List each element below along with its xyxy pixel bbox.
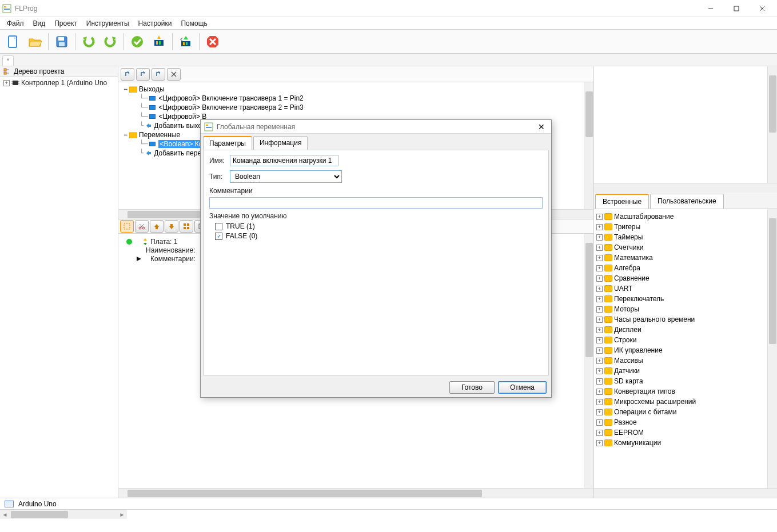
- name-input[interactable]: [230, 155, 338, 166]
- vertical-scrollbar[interactable]: [584, 234, 593, 488]
- library-tree-item[interactable]: +Масштабирование: [596, 211, 765, 222]
- library-tree-item[interactable]: +Сравнение: [596, 273, 765, 283]
- expand-icon[interactable]: +: [596, 224, 603, 230]
- nav-button-1[interactable]: [121, 68, 134, 81]
- collapse-icon[interactable]: −: [123, 131, 127, 139]
- document-tab[interactable]: *: [2, 55, 14, 66]
- library-tree-item[interactable]: +Датчики: [596, 366, 765, 376]
- tree-label[interactable]: <Цифровой> Включение трансивера 1 = Pin2: [158, 94, 303, 102]
- expand-icon[interactable]: +: [596, 286, 603, 292]
- library-tree-item[interactable]: +Строки: [596, 335, 765, 345]
- undo-button[interactable]: [79, 32, 98, 51]
- expand-icon[interactable]: +: [596, 317, 603, 323]
- minimize-button[interactable]: [698, 0, 723, 17]
- checkbox-unchecked-icon[interactable]: [215, 223, 222, 230]
- tree-label[interactable]: Добавить выход: [154, 122, 206, 130]
- tree-label[interactable]: Добавить пере: [154, 149, 201, 157]
- expand-icon[interactable]: +: [596, 409, 603, 415]
- library-tree-item[interactable]: +Часы реального времени: [596, 314, 765, 325]
- library-tree-item[interactable]: +Массивы: [596, 355, 765, 366]
- vertical-scrollbar[interactable]: [584, 82, 593, 209]
- expand-icon[interactable]: +: [596, 327, 603, 333]
- type-select[interactable]: Boolean: [230, 170, 342, 183]
- vertical-scrollbar[interactable]: [767, 66, 777, 183]
- menu-view[interactable]: Вид: [29, 18, 50, 29]
- checkbox-checked-icon[interactable]: ✓: [215, 233, 222, 240]
- footer-scrollbar[interactable]: ◄ ►: [0, 509, 777, 519]
- expand-icon[interactable]: +: [596, 245, 603, 251]
- stop-button[interactable]: [203, 32, 222, 51]
- compile-button[interactable]: [149, 32, 169, 51]
- library-tree-item[interactable]: +Таймеры: [596, 232, 765, 242]
- delete-button[interactable]: [167, 68, 181, 81]
- horizontal-scrollbar[interactable]: [118, 488, 593, 498]
- tab-builtin[interactable]: Встроенные: [595, 194, 649, 209]
- library-tree-item[interactable]: +SD карта: [596, 376, 765, 386]
- tree-item-controller[interactable]: + Контроллер 1 (Arduino Uno: [2, 78, 115, 87]
- nav-button-3[interactable]: [152, 68, 165, 81]
- expand-icon[interactable]: +: [596, 419, 603, 426]
- expand-icon[interactable]: +: [596, 214, 603, 220]
- library-tree-item[interactable]: +UART: [596, 283, 765, 294]
- tab-parameters[interactable]: Параметры: [203, 136, 252, 150]
- menu-tools[interactable]: Инструменты: [82, 18, 134, 29]
- horizontal-scrollbar[interactable]: [594, 488, 777, 498]
- library-tree-item[interactable]: +Счетчики: [596, 242, 765, 253]
- horizontal-scrollbar[interactable]: [594, 183, 777, 193]
- expand-icon[interactable]: +: [3, 80, 10, 86]
- expand-icon[interactable]: +: [596, 265, 603, 271]
- nav-button-2[interactable]: [136, 68, 150, 81]
- menu-settings[interactable]: Настройки: [134, 18, 177, 29]
- tree-label[interactable]: <Цифровой> В: [158, 113, 206, 121]
- library-tree-item[interactable]: +Конвертация типов: [596, 386, 765, 397]
- library-tree-item[interactable]: +Моторы: [596, 304, 765, 314]
- menu-project[interactable]: Проект: [50, 18, 82, 29]
- library-tree-item[interactable]: +Разное: [596, 417, 765, 427]
- tab-user[interactable]: Пользовательские: [650, 194, 724, 209]
- collapse-icon[interactable]: −: [123, 85, 127, 93]
- tab-information[interactable]: Информация: [253, 136, 308, 150]
- library-tree-item[interactable]: +Математика: [596, 253, 765, 263]
- expand-icon[interactable]: +: [596, 306, 603, 313]
- expand-icon[interactable]: +: [596, 347, 603, 354]
- true-checkbox-row[interactable]: TRUE (1): [215, 222, 543, 230]
- expand-icon[interactable]: +: [596, 337, 603, 343]
- tree-label[interactable]: <Цифровой> Включение трансивера 2 = Pin3: [158, 103, 303, 111]
- expand-icon[interactable]: +: [596, 368, 603, 374]
- expand-icon[interactable]: +: [596, 399, 603, 405]
- dialog-titlebar[interactable]: Глобальная переменная ✕: [201, 120, 551, 134]
- expand-icon[interactable]: +: [596, 234, 603, 241]
- tool-select[interactable]: [120, 220, 134, 233]
- menu-help[interactable]: Помощь: [176, 18, 212, 29]
- expand-icon[interactable]: +: [596, 275, 603, 282]
- library-tree-item[interactable]: +Микросхемы расширений: [596, 397, 765, 407]
- library-tree-item[interactable]: +EEPROM: [596, 427, 765, 438]
- tool-down[interactable]: [165, 220, 178, 233]
- ok-button[interactable]: Готово: [449, 381, 495, 394]
- library-tree-item[interactable]: +ИК управление: [596, 345, 765, 355]
- expand-icon[interactable]: +: [596, 255, 603, 261]
- comments-input[interactable]: [209, 197, 543, 209]
- expand-icon[interactable]: +: [596, 358, 603, 364]
- library-tree-item[interactable]: +Операции с битами: [596, 407, 765, 417]
- expand-icon[interactable]: +: [596, 389, 603, 395]
- expand-icon[interactable]: +: [596, 430, 603, 436]
- dialog-close-button[interactable]: ✕: [535, 121, 548, 133]
- expand-icon[interactable]: +: [596, 440, 603, 446]
- tool-grid[interactable]: [180, 220, 193, 233]
- library-tree[interactable]: +Масштабирование+Тригеры+Таймеры+Счетчик…: [594, 209, 767, 488]
- library-tree-item[interactable]: +Коммуникации: [596, 438, 765, 448]
- tool-cut[interactable]: [135, 220, 149, 233]
- maximize-button[interactable]: [723, 0, 749, 17]
- false-checkbox-row[interactable]: ✓ FALSE (0): [215, 232, 543, 240]
- open-file-button[interactable]: [25, 32, 45, 51]
- close-button[interactable]: [749, 0, 775, 17]
- tool-up[interactable]: [150, 220, 164, 233]
- vertical-scrollbar[interactable]: [767, 209, 777, 488]
- library-tree-item[interactable]: +Дисплеи: [596, 325, 765, 335]
- verify-button[interactable]: [127, 32, 147, 51]
- cancel-button[interactable]: Отмена: [498, 381, 547, 394]
- redo-button[interactable]: [101, 32, 120, 51]
- library-tree-item[interactable]: +Переключатель: [596, 294, 765, 304]
- menu-file[interactable]: Файл: [2, 18, 29, 29]
